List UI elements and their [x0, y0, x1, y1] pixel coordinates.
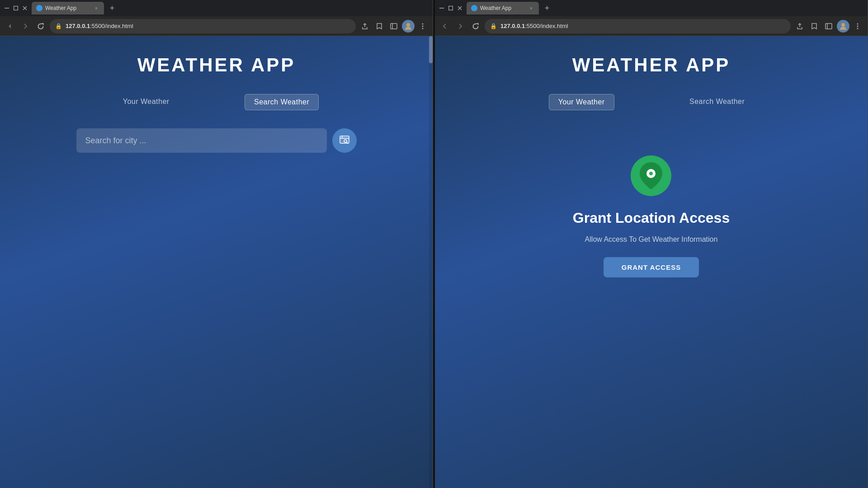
window-controls-right	[439, 5, 463, 11]
your-weather-tab-left[interactable]: Your Weather	[114, 94, 179, 110]
address-host-right: 127.0.0.1	[500, 23, 525, 29]
grant-location-title: Grant Location Access	[573, 210, 730, 226]
page-content-right: WEATHER APP Your Weather Search Weather …	[435, 36, 868, 488]
search-input-left[interactable]	[76, 128, 327, 153]
location-pin-icon	[640, 162, 662, 189]
back-btn-right[interactable]	[439, 20, 451, 33]
back-btn-left[interactable]	[4, 20, 16, 33]
maximize-btn-left[interactable]	[13, 5, 19, 11]
forward-btn-left[interactable]	[19, 20, 32, 33]
nav-actions-right	[793, 20, 864, 33]
bookmark-btn-left[interactable]	[373, 20, 386, 33]
address-bar-left[interactable]: 🔒 127.0.0.1:5500/index.html	[50, 19, 356, 33]
title-bar-left: 🌐 Weather App × +	[0, 0, 433, 16]
svg-point-6	[406, 23, 410, 27]
new-tab-btn-right[interactable]: +	[541, 2, 553, 14]
close-btn-left[interactable]	[22, 5, 28, 11]
scrollbar-left[interactable]	[429, 36, 433, 488]
lock-icon-right: 🔒	[490, 23, 497, 29]
svg-point-9	[422, 28, 424, 29]
svg-point-26	[649, 172, 653, 175]
profile-btn-right[interactable]	[837, 20, 849, 33]
svg-rect-0	[5, 8, 9, 9]
grant-access-button[interactable]: GRANT ACCESS	[604, 257, 699, 277]
svg-rect-16	[449, 6, 453, 10]
address-text-right: 127.0.0.1:5500/index.html	[500, 23, 785, 29]
tab-close-left[interactable]: ×	[93, 5, 99, 11]
location-section: Grant Location Access Allow Access To Ge…	[573, 155, 730, 277]
tab-nav-left: Your Weather Search Weather	[81, 94, 352, 110]
svg-rect-19	[826, 23, 832, 29]
menu-btn-right[interactable]	[851, 20, 864, 33]
location-icon-wrapper	[631, 155, 671, 196]
svg-point-23	[857, 25, 859, 27]
sidebar-btn-right[interactable]	[822, 20, 835, 33]
search-button-left[interactable]	[332, 128, 357, 153]
close-btn-right[interactable]	[457, 5, 463, 11]
tab-favicon-left: 🌐	[36, 5, 42, 11]
search-weather-tab-right[interactable]: Search Weather	[680, 94, 754, 110]
app-title-left: WEATHER APP	[137, 54, 296, 76]
address-text-left: 127.0.0.1:5500/index.html	[66, 23, 350, 29]
svg-rect-15	[439, 8, 444, 9]
tab-favicon-right: 🌐	[471, 5, 477, 11]
search-weather-tab-left[interactable]: Search Weather	[245, 94, 319, 110]
svg-rect-4	[391, 23, 397, 29]
page-content-left: WEATHER APP Your Weather Search Weather	[0, 36, 433, 488]
nav-bar-right: 🔒 127.0.0.1:5500/index.html	[435, 16, 868, 36]
minimize-btn-right[interactable]	[439, 5, 445, 11]
svg-point-8	[422, 25, 424, 27]
svg-point-21	[841, 23, 845, 27]
minimize-btn-left[interactable]	[4, 5, 10, 11]
browser-window-left: 🌐 Weather App × + 🔒 127.0.0.1:5500/index…	[0, 0, 433, 488]
tab-weather-right[interactable]: 🌐 Weather App ×	[467, 2, 539, 14]
lock-icon-left: 🔒	[55, 23, 62, 29]
nav-bar-left: 🔒 127.0.0.1:5500/index.html	[0, 16, 433, 36]
address-bar-right[interactable]: 🔒 127.0.0.1:5500/index.html	[485, 19, 791, 33]
tab-bar-right: 🌐 Weather App × +	[467, 2, 864, 14]
grant-location-subtitle: Allow Access To Get Weather Information	[585, 235, 718, 244]
menu-btn-left[interactable]	[416, 20, 429, 33]
tab-title-left: Weather App	[45, 5, 90, 11]
forward-btn-right[interactable]	[454, 20, 467, 33]
share-btn-right[interactable]	[793, 20, 806, 33]
tab-bar-left: 🌐 Weather App × +	[32, 2, 429, 14]
bookmark-btn-right[interactable]	[808, 20, 821, 33]
window-controls-left	[4, 5, 28, 11]
tab-title-right: Weather App	[480, 5, 525, 11]
tab-nav-right: Your Weather Search Weather	[516, 94, 787, 110]
title-bar-right: 🌐 Weather App × +	[435, 0, 868, 16]
tab-close-right[interactable]: ×	[528, 5, 534, 11]
reload-btn-right[interactable]	[469, 20, 482, 33]
maximize-btn-right[interactable]	[448, 5, 454, 11]
reload-btn-left[interactable]	[34, 20, 47, 33]
svg-point-22	[857, 23, 859, 24]
app-title-right: WEATHER APP	[572, 54, 731, 76]
scrollbar-thumb-left	[429, 36, 433, 63]
svg-rect-1	[14, 6, 18, 10]
new-tab-btn-left[interactable]: +	[106, 2, 118, 14]
share-btn-left[interactable]	[359, 20, 371, 33]
address-host-left: 127.0.0.1	[66, 23, 90, 29]
svg-point-7	[422, 23, 424, 24]
nav-actions-left	[359, 20, 429, 33]
search-section-left	[76, 128, 357, 153]
sidebar-btn-left[interactable]	[387, 20, 400, 33]
browser-window-right: 🌐 Weather App × + 🔒 127.0.0.1:5500/index…	[435, 0, 868, 488]
profile-btn-left[interactable]	[402, 20, 415, 33]
your-weather-tab-right[interactable]: Your Weather	[549, 94, 614, 110]
tab-weather-left[interactable]: 🌐 Weather App ×	[32, 2, 104, 14]
svg-point-24	[857, 28, 859, 29]
